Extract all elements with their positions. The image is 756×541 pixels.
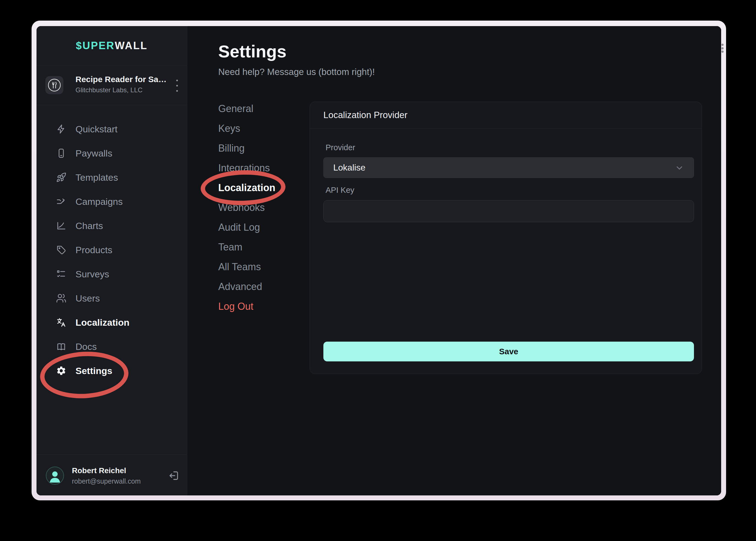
provider-select-value: Lokalise xyxy=(333,163,675,173)
user-name: Robert Reichel xyxy=(72,466,126,475)
localization-provider-card: Localization Provider Provider Lokalise … xyxy=(310,102,702,374)
sidebar-item-templates[interactable]: Templates xyxy=(37,165,187,190)
sidebar-item-settings[interactable]: Settings xyxy=(37,359,187,383)
subnav-item-team[interactable]: Team xyxy=(218,237,306,257)
card-title: Localization Provider xyxy=(310,102,702,129)
window-handle-dot xyxy=(721,51,724,53)
sidebar-item-users[interactable]: Users xyxy=(37,286,187,310)
project-switcher[interactable]: Recipe Reader for Sa… Glitchbuster Labs,… xyxy=(37,65,187,105)
fork-knife-icon xyxy=(46,77,63,93)
page-subtitle: Need help? Message us (bottom right)! xyxy=(218,67,375,77)
project-menu-kebab-icon[interactable] xyxy=(174,79,180,92)
sidebar-item-label: Docs xyxy=(76,341,97,352)
subnav-item-all-teams[interactable]: All Teams xyxy=(218,257,306,277)
sidebar-item-label: Settings xyxy=(76,365,112,376)
api-key-label: API Key xyxy=(326,186,355,195)
sidebar-item-quickstart[interactable]: Quickstart xyxy=(37,117,187,141)
sidebar-item-label: Templates xyxy=(76,172,118,183)
subnav-item-localization[interactable]: Localization xyxy=(218,178,306,198)
sidebar-item-docs[interactable]: Docs xyxy=(37,334,187,359)
user-account-row[interactable]: Robert Reichel robert@superwall.com xyxy=(37,454,187,495)
user-email: robert@superwall.com xyxy=(72,477,140,485)
sidebar-item-label: Charts xyxy=(76,221,103,231)
logout-icon[interactable] xyxy=(168,470,180,482)
page-title: Settings xyxy=(218,41,287,61)
sidebar-item-surveys[interactable]: Surveys xyxy=(37,262,187,286)
person-icon xyxy=(46,467,63,484)
sidebar-item-products[interactable]: Products xyxy=(37,238,187,262)
sidebar-item-campaigns[interactable]: Campaigns xyxy=(37,190,187,214)
subnav-item-webhooks[interactable]: Webhooks xyxy=(218,198,306,218)
provider-select[interactable]: Lokalise xyxy=(323,157,694,178)
sidebar-item-label: Products xyxy=(76,245,112,256)
subnav-item-audit-log[interactable]: Audit Log xyxy=(218,218,306,237)
logo-white-part: WALL xyxy=(115,40,148,52)
subnav-item-advanced[interactable]: Advanced xyxy=(218,277,306,296)
rocket-icon xyxy=(56,172,67,183)
window-handle-dot xyxy=(721,47,724,49)
superwall-logo: $UPERWALL xyxy=(37,26,187,65)
main-content: Settings Need help? Message us (bottom r… xyxy=(187,26,721,495)
sidebar-item-label: Quickstart xyxy=(76,124,118,135)
project-app-icon xyxy=(45,76,63,94)
provider-label: Provider xyxy=(326,143,355,152)
app-window: $UPERWALL Recipe Reader for Sa… Glitchbu… xyxy=(37,26,721,495)
users-icon xyxy=(56,293,67,304)
sidebar-item-charts[interactable]: Charts xyxy=(37,214,187,238)
chart-icon xyxy=(56,220,67,231)
sidebar-item-localization[interactable]: Localization xyxy=(37,310,187,334)
subnav-item-log-out[interactable]: Log Out xyxy=(218,296,306,316)
translate-icon xyxy=(56,317,67,328)
avatar xyxy=(46,467,64,485)
sidebar-item-label: Surveys xyxy=(76,269,109,279)
subnav-item-keys[interactable]: Keys xyxy=(218,119,306,138)
sidebar-item-label: Localization xyxy=(76,317,129,328)
sidebar-item-label: Campaigns xyxy=(76,196,123,207)
tag-icon xyxy=(56,245,67,256)
subnav-item-integrations[interactable]: Integrations xyxy=(218,158,306,178)
screenshot-stage: $UPERWALL Recipe Reader for Sa… Glitchbu… xyxy=(0,0,756,541)
window-handle-dot xyxy=(721,44,724,46)
checklist-icon xyxy=(56,269,67,279)
sidebar: $UPERWALL Recipe Reader for Sa… Glitchbu… xyxy=(37,26,187,495)
settings-subnav: General Keys Billing Integrations Locali… xyxy=(218,99,306,316)
split-arrows-icon xyxy=(56,196,67,207)
phone-icon xyxy=(56,148,67,159)
project-org: Glitchbuster Labs, LLC xyxy=(76,86,142,94)
sidebar-nav: Quickstart Paywalls xyxy=(37,117,187,383)
lightning-icon xyxy=(56,124,67,135)
sidebar-item-label: Users xyxy=(76,293,100,304)
project-name: Recipe Reader for Sa… xyxy=(76,75,167,84)
sidebar-item-paywalls[interactable]: Paywalls xyxy=(37,141,187,165)
sidebar-item-label: Paywalls xyxy=(76,148,112,159)
save-button[interactable]: Save xyxy=(323,342,694,361)
subnav-item-general[interactable]: General xyxy=(218,99,306,119)
gear-icon xyxy=(56,365,67,376)
logo-teal-part: $UPER xyxy=(76,40,115,52)
chevron-down-icon xyxy=(675,163,684,173)
subnav-item-billing[interactable]: Billing xyxy=(218,138,306,158)
api-key-input[interactable] xyxy=(323,200,694,222)
window-frame: $UPERWALL Recipe Reader for Sa… Glitchbu… xyxy=(32,21,726,500)
book-icon xyxy=(56,341,67,352)
